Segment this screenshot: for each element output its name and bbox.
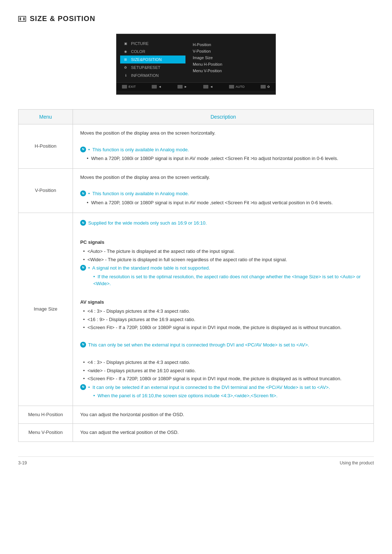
osd-right-btn: ►: [177, 85, 187, 89]
osd-box: ▣ PICTURE ◉ COLOR ⊞ SIZE&POSITION ✿ SETU…: [116, 34, 276, 95]
osd-auto-btn: AUTO: [229, 85, 245, 89]
table-row-h-position: H-Position Moves the position of the dis…: [19, 124, 374, 169]
page-number: 3-19: [18, 460, 27, 465]
image-size-wide-note: N Supplied for the wide models only such…: [80, 219, 366, 227]
osd-sub-menu-v: Menu V-Position: [193, 67, 272, 74]
osd-nav-btn: ◄: [203, 85, 213, 89]
osd-screenshot: ▣ PICTURE ◉ COLOR ⊞ SIZE&POSITION ✿ SETU…: [18, 34, 374, 95]
pc-note-item: N • A signal not in the standard mode ta…: [80, 264, 366, 287]
av-signals-list-1: <4 : 3> - Displays pictures at the 4:3 a…: [80, 308, 366, 331]
osd-sub-v-position: V-Position: [193, 48, 272, 54]
h-position-main-text: Moves the position of the display area o…: [80, 130, 366, 137]
note-icon-6: N: [80, 384, 86, 390]
table-row-menu-v-position: Menu V-Position You can adjust the verti…: [19, 424, 374, 442]
v-position-sub1: When a 720P, 1080i or 1080P signal is in…: [80, 199, 366, 206]
menu-cell-menu-v: Menu V-Position: [19, 424, 73, 442]
table-row-image-size: Image Size N Supplied for the wide model…: [19, 213, 374, 406]
menu-cell-image-size: Image Size: [19, 213, 73, 406]
pc-signals-list: <Auto> - The picture is displayed at the…: [80, 248, 366, 287]
av-screenfit-item: <Screen Fit> - If a 720P, 1080i or 1080P…: [80, 324, 366, 331]
table-row-v-position: V-Position Moves the position of the dis…: [19, 168, 374, 213]
osd-item-color: ◉ COLOR: [120, 48, 185, 56]
menu-h-text: You can adjust the horizontal position o…: [80, 411, 366, 419]
av-note-item: N • It can only be selected if an extern…: [80, 384, 366, 399]
note-icon-1: N: [80, 147, 86, 152]
osd-exit-btn: EXIT: [122, 85, 136, 89]
size-icon: ⊞: [123, 57, 128, 62]
h-position-note1: N • This function is only available in A…: [80, 146, 366, 154]
menu-cell-v-position: V-Position: [19, 168, 73, 213]
menu-cell-h-position: H-Position: [19, 124, 73, 169]
note-icon-4: N: [80, 265, 86, 271]
info-icon: ℹ: [123, 73, 128, 78]
osd-settings-btn: ✿: [261, 85, 270, 89]
menu-cell-menu-h: Menu H-Position: [19, 406, 73, 424]
pc-wide-item: <Wide> - The picture is displayed in ful…: [80, 256, 366, 263]
desc-cell-v-position: Moves the position of the display area o…: [73, 168, 374, 213]
page-title: SIZE & POSITION: [30, 15, 95, 23]
desc-cell-menu-h: You can adjust the horizontal position o…: [73, 406, 374, 424]
table-row-menu-h-position: Menu H-Position You can adjust the horiz…: [19, 406, 374, 424]
osd-sub-image-size: Image Size: [193, 54, 272, 61]
menu-v-text: You can adjust the vertical position of …: [80, 429, 366, 436]
pc-signals-heading: PC signals: [80, 239, 366, 246]
section-label: Using the product: [340, 460, 374, 465]
osd-left-panel: ▣ PICTURE ◉ COLOR ⊞ SIZE&POSITION ✿ SETU…: [117, 40, 189, 79]
page-footer: 3-19 Using the product: [18, 456, 374, 465]
note-icon-2: N: [80, 190, 86, 196]
pc-auto-item: <Auto> - The picture is displayed at the…: [80, 248, 366, 255]
osd-sub-menu-h: Menu H-Position: [193, 61, 272, 67]
av-4-3-item-2: <4 : 3> - Displays pictures at the 4:3 a…: [80, 359, 366, 366]
av-16-9-item: <16 : 9> - Displays pictures at the 16:9…: [80, 316, 366, 323]
picture-icon: ▣: [123, 41, 128, 46]
osd-sub-h-position: H-Position: [193, 41, 272, 48]
col-description: Description: [73, 110, 374, 124]
note-icon-3: N: [80, 220, 86, 226]
pc-note-sub: • If the resolution is set to the optima…: [80, 273, 366, 287]
av-wide-item: <wide> - Displays pictures at the 16:10 …: [80, 367, 366, 374]
osd-item-size-position: ⊞ SIZE&POSITION: [120, 56, 185, 63]
size-position-icon: [18, 16, 26, 22]
setup-icon: ✿: [123, 65, 128, 70]
osd-item-setup-reset: ✿ SETUP&RESET: [120, 63, 185, 71]
v-position-note1: N • This function is only available in A…: [80, 190, 366, 198]
note-icon-5: N: [80, 342, 86, 348]
color-icon: ◉: [123, 49, 128, 54]
osd-item-information: ℹ INFORMATION: [120, 71, 185, 79]
osd-menu: ▣ PICTURE ◉ COLOR ⊞ SIZE&POSITION ✿ SETU…: [117, 40, 275, 79]
av-signals-heading: AV signals: [80, 299, 366, 306]
osd-left-btn: ◄: [152, 85, 162, 89]
desc-cell-image-size: N Supplied for the wide models only such…: [73, 213, 374, 406]
av-note-sub: • When the panel is of 16:10,the screen …: [80, 392, 366, 399]
av-signals-list-2: <4 : 3> - Displays pictures at the 4:3 a…: [80, 359, 366, 399]
av-screenfit-item-2: <Screen Fit> - If a 720P, 1080i or 1080P…: [80, 375, 366, 382]
page-header: SIZE & POSITION: [18, 15, 374, 23]
osd-bottom-bar: EXIT ◄ ► ◄ AUTO ✿: [117, 82, 275, 91]
v-position-main-text: Moves the position of the display area o…: [80, 174, 366, 181]
desc-cell-h-position: Moves the position of the display area o…: [73, 124, 374, 169]
osd-right-panel: H-Position V-Position Image Size Menu H-…: [189, 40, 275, 79]
av-4-3-item: <4 : 3> - Displays pictures at the 4:3 a…: [80, 308, 366, 315]
desc-cell-menu-v: You can adjust the vertical position of …: [73, 424, 374, 442]
h-position-sub1: When a 720P, 1080i or 1080P signal is in…: [80, 155, 366, 162]
col-menu: Menu: [19, 110, 73, 124]
main-table: Menu Description H-Position Moves the po…: [18, 109, 374, 442]
osd-item-picture: ▣ PICTURE: [120, 40, 185, 48]
av-dvi-note: N This can only be set when the external…: [80, 341, 366, 349]
